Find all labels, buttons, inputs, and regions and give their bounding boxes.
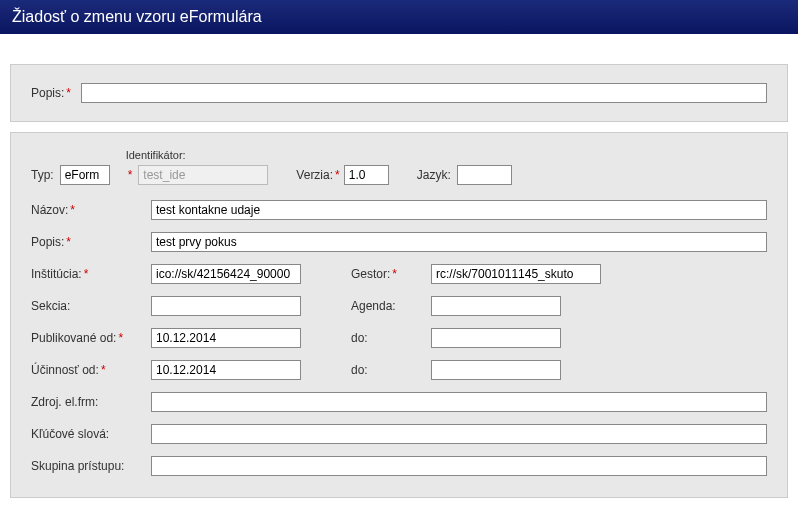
top-popis-label: Popis:* [31, 86, 71, 100]
agenda-input[interactable] [431, 296, 561, 316]
identifikator-required: * [128, 168, 133, 182]
klucove-input[interactable] [151, 424, 767, 444]
top-panel: Popis:* [10, 64, 788, 122]
popis-input[interactable] [151, 232, 767, 252]
gestor-input[interactable] [431, 264, 601, 284]
ucinnost-do-input[interactable] [431, 360, 561, 380]
publikovane-do-input[interactable] [431, 328, 561, 348]
skupina-label: Skupina prístupu: [31, 459, 151, 473]
nazov-label: Názov:* [31, 203, 151, 217]
top-popis-input[interactable] [81, 83, 767, 103]
ucinnost-od-input[interactable] [151, 360, 301, 380]
identifikator-label: Identifikátor: [126, 149, 269, 161]
jazyk-label: Jazyk: [417, 168, 451, 182]
jazyk-input[interactable] [457, 165, 512, 185]
institucia-label: Inštitúcia:* [31, 267, 151, 281]
skupina-input[interactable] [151, 456, 767, 476]
institucia-input[interactable] [151, 264, 301, 284]
klucove-label: Kľúčové slová: [31, 427, 151, 441]
agenda-label: Agenda: [351, 299, 431, 313]
sekcia-input[interactable] [151, 296, 301, 316]
gestor-label: Gestor:* [351, 267, 431, 281]
page-title: Žiadosť o zmenu vzoru eFormulára [12, 8, 262, 25]
popis-label: Popis:* [31, 235, 151, 249]
publikovane-od-input[interactable] [151, 328, 301, 348]
page-header: Žiadosť o zmenu vzoru eFormulára [0, 0, 798, 34]
publikovane-do-label: do: [351, 331, 431, 345]
typ-input[interactable] [60, 165, 110, 185]
zdroj-input[interactable] [151, 392, 767, 412]
publikovane-od-label: Publikované od:* [31, 331, 151, 345]
verzia-label: Verzia:* [296, 168, 339, 182]
ucinnost-od-label: Účinnosť od:* [31, 363, 151, 377]
zdroj-label: Zdroj. el.frm: [31, 395, 151, 409]
sekcia-label: Sekcia: [31, 299, 151, 313]
verzia-input[interactable] [344, 165, 389, 185]
nazov-input[interactable] [151, 200, 767, 220]
typ-label: Typ: [31, 168, 54, 182]
identifikator-input [138, 165, 268, 185]
ucinnost-do-label: do: [351, 363, 431, 377]
form-panel: Typ: Identifikátor: * Verzia:* Jazyk: Ná… [10, 132, 788, 498]
